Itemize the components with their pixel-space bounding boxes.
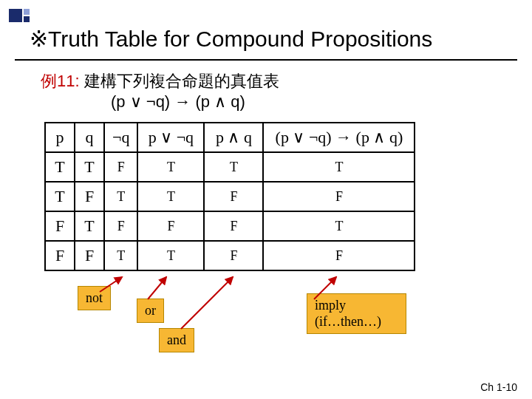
title-underline — [15, 59, 517, 61]
example-text: 建構下列複合命題的真值表 — [84, 72, 279, 90]
truth-table: p q ¬q p ∨ ¬q p ∧ q (p ∨ ¬q) → (p ∧ q) T… — [44, 122, 415, 271]
cell-p-or-notq: T — [137, 152, 204, 182]
slide-title: ※Truth Table for Compound Propositions — [30, 26, 517, 52]
th-p-or-notq: p ∨ ¬q — [137, 123, 204, 152]
table-row: T T F T T T — [45, 152, 415, 182]
cell-q: F — [75, 241, 104, 270]
cell-q: T — [75, 152, 104, 182]
cell-p-and-q: F — [204, 182, 263, 211]
th-implication: (p ∨ ¬q) → (p ∧ q) — [263, 123, 415, 152]
svg-line-2 — [181, 277, 233, 329]
tag-not: not — [78, 286, 111, 310]
example-line: 例11: 建構下列複合命題的真值表 — [41, 70, 279, 92]
slide-accent — [9, 9, 30, 22]
cell-imp: T — [263, 211, 415, 241]
tag-or: or — [137, 299, 164, 323]
cell-p-or-notq: T — [137, 241, 204, 270]
th-notq: ¬q — [104, 123, 137, 152]
arrow-and — [174, 273, 248, 332]
table-row: F T F F F T — [45, 211, 415, 241]
cell-imp: T — [263, 152, 415, 182]
th-q: q — [75, 123, 104, 152]
cell-notq: T — [104, 241, 137, 270]
cell-p-and-q: F — [204, 211, 263, 241]
tag-and: and — [159, 328, 194, 352]
cell-q: T — [75, 211, 104, 241]
cell-notq: T — [104, 182, 137, 211]
th-p: p — [45, 123, 75, 152]
svg-line-1 — [148, 277, 166, 299]
cell-q: F — [75, 182, 104, 211]
table-row: T F T T F F — [45, 182, 415, 211]
cell-imp: F — [263, 241, 415, 270]
cell-p: F — [45, 211, 75, 241]
cell-notq: F — [104, 211, 137, 241]
cell-p-and-q: F — [204, 241, 263, 270]
cell-p: T — [45, 152, 75, 182]
example-label: 例11: — [41, 72, 80, 90]
tag-imply: imply (if…then…) — [307, 293, 406, 334]
cell-p-and-q: T — [204, 152, 263, 182]
cell-p: F — [45, 241, 75, 270]
cell-notq: F — [104, 152, 137, 182]
th-p-and-q: p ∧ q — [204, 123, 263, 152]
cell-p-or-notq: F — [137, 211, 204, 241]
cell-imp: F — [263, 182, 415, 211]
table-row: F F T T F F — [45, 241, 415, 270]
cell-p-or-notq: T — [137, 182, 204, 211]
slide-footer: Ch 1-10 — [480, 381, 517, 393]
compound-expression: (p ∨ ¬q) → (p ∧ q) — [111, 92, 245, 112]
cell-p: T — [45, 182, 75, 211]
table-header-row: p q ¬q p ∨ ¬q p ∧ q (p ∨ ¬q) → (p ∧ q) — [45, 123, 415, 152]
